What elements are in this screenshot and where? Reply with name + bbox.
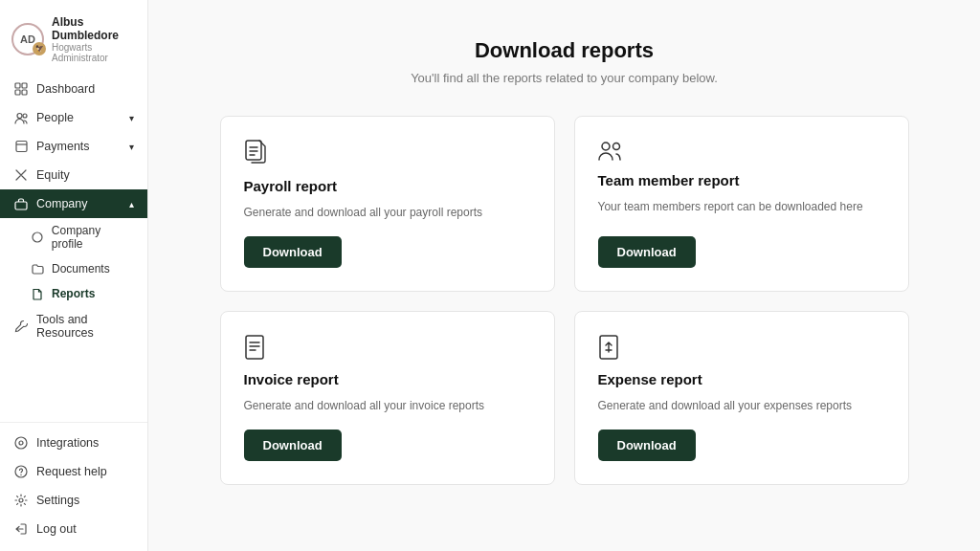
sidebar-item-settings[interactable]: Settings (0, 486, 147, 515)
report-card-payroll: Payroll reportGenerate and download all … (220, 116, 555, 292)
payroll-download-button[interactable]: Download (244, 236, 342, 268)
profile-role: Hogwarts Administrator (52, 42, 136, 63)
chevron-down-icon: ▾ (129, 113, 134, 123)
sidebar-item-integrations-label: Integrations (36, 436, 99, 450)
expense-report-description: Generate and download all your expenses … (598, 397, 885, 414)
sidebar-item-equity[interactable]: Equity (0, 161, 147, 189)
svg-rect-2 (15, 90, 20, 95)
invoice-report-title: Invoice report (244, 371, 531, 387)
sidebar-item-tools[interactable]: Tools and Resources (0, 306, 147, 346)
page-title: Download reports (475, 38, 654, 63)
sidebar-sub-item-company-profile-label: Company profile (52, 224, 134, 251)
sidebar-item-reports[interactable]: Reports (0, 281, 147, 306)
logout-icon (13, 521, 29, 537)
help-icon (13, 464, 29, 479)
svg-point-11 (19, 441, 23, 445)
svg-rect-3 (22, 90, 27, 95)
expense-report-title: Expense report (598, 371, 885, 387)
users-icon (13, 110, 29, 125)
sidebar-item-dashboard[interactable]: Dashboard (0, 75, 147, 103)
team-member-report-description: Your team members report can be download… (598, 198, 885, 221)
circle-icon (31, 231, 44, 244)
svg-point-17 (612, 143, 619, 150)
report-card-team-member: Team member reportYour team members repo… (574, 116, 909, 292)
sidebar-item-logout-label: Log out (36, 522, 77, 536)
invoice-report-icon (244, 335, 531, 360)
sidebar-profile: AD 🦅 Albus Dumbledore Hogwarts Administr… (0, 0, 147, 75)
expense-report-icon (598, 335, 885, 360)
avatar-badge: 🦅 (33, 42, 46, 55)
svg-point-9 (33, 232, 42, 242)
svg-point-13 (20, 474, 21, 475)
equity-icon (13, 167, 29, 183)
sidebar-item-integrations[interactable]: Integrations (0, 429, 147, 457)
folder-icon (31, 262, 44, 276)
integrations-icon (13, 435, 29, 451)
sidebar-item-request-help[interactable]: Request help (0, 457, 147, 486)
svg-point-5 (23, 114, 27, 118)
sidebar-item-payments-label: Payments (36, 140, 90, 153)
payroll-report-title: Payroll report (244, 178, 531, 194)
svg-rect-6 (16, 142, 27, 152)
payroll-report-description: Generate and download all your payroll r… (244, 204, 531, 221)
sidebar-item-people-label: People (36, 111, 74, 124)
invoice-report-description: Generate and download all your invoice r… (244, 397, 531, 414)
avatar: AD 🦅 (11, 23, 44, 55)
svg-point-16 (602, 143, 610, 150)
svg-rect-1 (22, 83, 27, 88)
team-member-report-title: Team member report (598, 172, 885, 188)
expense-download-button[interactable]: Download (598, 430, 696, 461)
grid-icon (13, 81, 29, 97)
team-member-download-button[interactable]: Download (598, 236, 696, 268)
sidebar-item-people[interactable]: People ▾ (0, 103, 147, 132)
svg-point-14 (19, 498, 23, 502)
file-icon (31, 287, 44, 300)
chevron-up-icon: ▴ (129, 199, 134, 209)
sidebar-item-tools-label: Tools and Resources (36, 313, 134, 340)
tool-icon (13, 319, 29, 334)
sidebar-sub-item-documents-label: Documents (52, 262, 110, 276)
sidebar-item-documents[interactable]: Documents (0, 256, 147, 281)
reports-grid: Payroll reportGenerate and download all … (220, 116, 909, 485)
gear-icon (13, 493, 29, 508)
svg-point-4 (17, 113, 22, 118)
sidebar-item-settings-label: Settings (36, 494, 79, 507)
sidebar-item-company-profile[interactable]: Company profile (0, 218, 147, 256)
svg-rect-15 (246, 141, 261, 160)
invoice-download-button[interactable]: Download (244, 430, 342, 461)
chevron-down-icon: ▾ (129, 142, 134, 152)
sidebar: AD 🦅 Albus Dumbledore Hogwarts Administr… (0, 0, 148, 551)
payroll-report-icon (244, 140, 531, 166)
sidebar-sub-item-reports-label: Reports (52, 287, 95, 300)
main-content: Download reports You'll find all the rep… (148, 0, 980, 551)
report-card-expense: Expense reportGenerate and download all … (574, 311, 909, 485)
payments-icon (13, 139, 29, 154)
sidebar-bottom-nav: Integrations Request help Settings Log o… (0, 422, 147, 543)
sidebar-item-dashboard-label: Dashboard (36, 82, 95, 96)
sidebar-item-payments[interactable]: Payments ▾ (0, 132, 147, 161)
sidebar-item-equity-label: Equity (36, 168, 70, 182)
svg-point-10 (15, 437, 27, 449)
sidebar-navigation: Dashboard People ▾ Payments ▾ Equity (0, 75, 147, 422)
profile-info: Albus Dumbledore Hogwarts Administrator (52, 15, 136, 63)
svg-rect-18 (246, 336, 263, 359)
report-card-invoice: Invoice reportGenerate and download all … (220, 311, 555, 485)
briefcase-icon (13, 196, 29, 211)
sidebar-item-logout[interactable]: Log out (0, 515, 147, 543)
profile-name: Albus Dumbledore (52, 15, 136, 42)
svg-rect-0 (15, 83, 20, 88)
sidebar-item-request-help-label: Request help (36, 465, 107, 478)
svg-rect-8 (15, 202, 27, 209)
team-member-report-icon (598, 140, 885, 161)
page-subtitle: You'll find all the reports related to y… (411, 71, 718, 85)
sidebar-item-company[interactable]: Company ▴ (0, 189, 147, 218)
sidebar-item-company-label: Company (36, 197, 88, 210)
